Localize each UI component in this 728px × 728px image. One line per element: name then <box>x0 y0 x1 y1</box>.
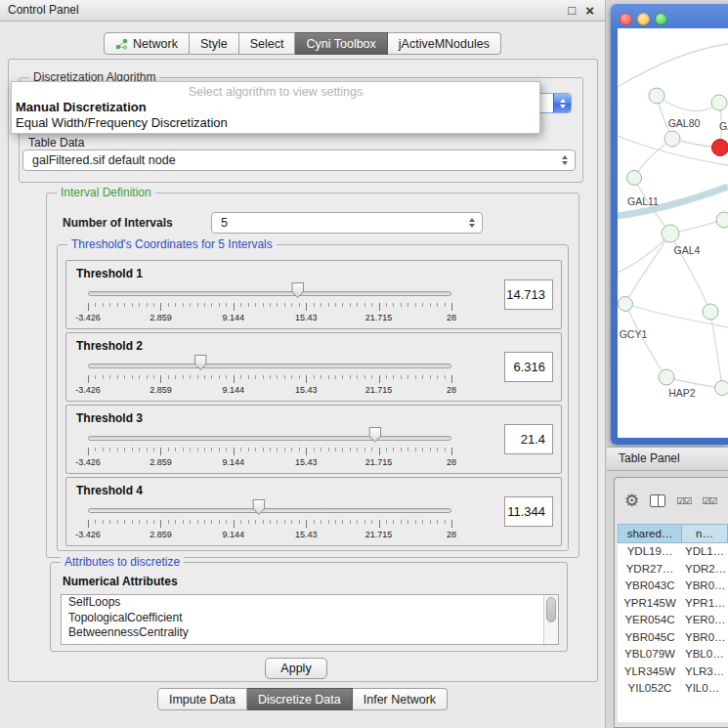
gear-icon[interactable]: ⚙ <box>624 492 639 509</box>
network-node[interactable] <box>716 212 728 228</box>
cell-shared-name[interactable]: YBR045C <box>618 629 682 647</box>
cell-shared-name[interactable]: YPR145W <box>618 595 682 613</box>
tab-network[interactable]: Network <box>104 32 190 55</box>
interval-definition-group-title: Interval Definition <box>57 186 155 199</box>
cell-name[interactable]: YLR3… <box>682 664 728 681</box>
cell-shared-name[interactable]: YIL052C <box>618 680 682 698</box>
slider-thumb[interactable] <box>291 282 304 298</box>
tab-jactivemnodules[interactable]: jActiveMNodules <box>388 32 501 55</box>
dropdown-option-manual-discretization[interactable]: Manual Discretization <box>12 100 539 115</box>
cell-shared-name[interactable]: YBR043C <box>618 578 682 595</box>
cell-name[interactable]: YER0… <box>682 612 728 629</box>
list-item[interactable]: TopologicalCoefficient <box>62 611 558 626</box>
table-row[interactable]: YBR045CYBR0… <box>618 629 728 647</box>
network-node[interactable] <box>662 225 679 242</box>
threshold-1-value-field[interactable]: 14.713 <box>504 279 553 310</box>
cell-name[interactable]: YBR0… <box>682 629 728 647</box>
cell-name[interactable]: YDR2… <box>682 561 728 578</box>
table-row[interactable]: YIL052CYIL0… <box>618 680 728 698</box>
cell-name[interactable]: YPR1… <box>682 595 728 613</box>
close-window-icon[interactable]: × <box>585 0 594 21</box>
minimize-button[interactable] <box>637 13 650 25</box>
network-node[interactable] <box>711 95 727 110</box>
network-node[interactable] <box>715 381 728 396</box>
combobox-arrows-button[interactable] <box>553 94 571 112</box>
slider-track[interactable] <box>88 436 451 441</box>
network-node[interactable] <box>664 131 680 147</box>
tab-impute-data[interactable]: Impute Data <box>157 688 247 710</box>
list-item[interactable]: SelfLoops <box>62 595 558 611</box>
slider-thumb[interactable] <box>194 355 207 370</box>
table-row[interactable]: YLR345WYLR3… <box>618 664 728 681</box>
cell-shared-name[interactable]: YDR27… <box>618 561 682 578</box>
close-button[interactable] <box>620 13 632 25</box>
control-panel-window: Control Panel □ × Network Style Select C… <box>0 0 606 728</box>
thresholds-coordinates-group: Threshold's Coordinates for 5 Intervals … <box>57 244 569 551</box>
table-row[interactable]: YER054CYER0… <box>618 612 728 629</box>
cell-shared-name[interactable]: YER054C <box>618 612 682 629</box>
column-header-name[interactable]: n… <box>682 524 728 543</box>
select-columns-icon[interactable]: ☑☑ <box>676 495 691 506</box>
threshold-label: Threshold 3 <box>76 411 143 425</box>
cell-name[interactable]: YBR0… <box>682 578 728 595</box>
control-panel-titlebar[interactable]: Control Panel □ × <box>0 0 605 21</box>
dropdown-option-equal-width-frequency[interactable]: Equal Width/Frequency Discretization <box>12 115 539 131</box>
table-row[interactable]: YDL19…YDL1… <box>618 543 728 561</box>
network-node[interactable] <box>659 369 674 385</box>
table-data-combobox[interactable]: galFiltered.sif default node <box>22 150 576 171</box>
threshold-4-value-field[interactable]: 11.344 <box>504 496 553 527</box>
cell-shared-name[interactable]: YDL19… <box>618 543 682 561</box>
table-panel-titlebar[interactable]: Table Panel <box>607 447 728 471</box>
scrollbar[interactable] <box>543 595 558 644</box>
slider-thumb[interactable] <box>252 499 265 515</box>
slider-track[interactable] <box>88 291 451 296</box>
slider-track[interactable] <box>88 364 451 368</box>
cell-name[interactable]: YBL0… <box>682 646 728 664</box>
threshold-2-value-field[interactable]: 6.316 <box>504 352 553 382</box>
cell-name[interactable]: YIL0… <box>682 680 728 698</box>
number-of-intervals-value: 5 <box>212 213 482 233</box>
selected-node[interactable] <box>712 140 728 156</box>
tab-discretize-data[interactable]: Discretize Data <box>247 688 353 710</box>
control-panel-tab-bar: Network Style Select Cyni Toolbox jActiv… <box>0 32 605 55</box>
cell-shared-name[interactable]: YBL079W <box>618 646 682 664</box>
tab-select[interactable]: Select <box>239 32 296 55</box>
slider-thumb[interactable] <box>368 427 381 443</box>
cell-shared-name[interactable]: YLR345W <box>618 664 682 681</box>
scale-label: 21.715 <box>365 385 393 395</box>
table-data-value: galFiltered.sif default node <box>23 150 575 170</box>
table-data-label: Table Data <box>28 136 84 150</box>
tab-infer-network[interactable]: Infer Network <box>353 688 448 710</box>
threshold-4-slider[interactable]: -3.426 2.859 9.144 15.43 21.715 28 <box>88 499 451 544</box>
network-node[interactable] <box>649 88 664 104</box>
table-row[interactable]: YDR27…YDR2… <box>618 561 728 578</box>
network-canvas[interactable]: GAL80 GA GAL11 GAL4 GCY1 HAP2 <box>618 28 728 438</box>
tab-style[interactable]: Style <box>190 32 239 55</box>
threshold-2-slider[interactable]: -3.426 2.859 9.144 15.43 21.715 28 <box>88 355 451 400</box>
network-graph[interactable]: GAL80 GA GAL11 GAL4 GCY1 HAP2 <box>618 28 728 438</box>
slider-track[interactable] <box>88 508 451 513</box>
cell-name[interactable]: YDL1… <box>682 543 728 561</box>
list-item[interactable]: BetweennessCentrality <box>62 625 558 641</box>
threshold-3-slider[interactable]: -3.426 2.859 9.144 15.43 21.715 28 <box>88 427 451 472</box>
float-window-icon[interactable]: □ <box>568 0 576 21</box>
tab-cyni-toolbox[interactable]: Cyni Toolbox <box>295 32 387 55</box>
network-node[interactable] <box>627 171 642 186</box>
attributes-group-title: Attributes to discretize <box>61 555 184 569</box>
apply-button[interactable]: Apply <box>265 658 327 679</box>
columns-icon[interactable] <box>650 494 665 507</box>
threshold-1-slider[interactable]: -3.426 2.859 9.144 15.43 21.715 28 <box>88 282 451 327</box>
column-header-shared-name[interactable]: shared… <box>618 524 682 543</box>
scale-label: 21.715 <box>365 530 393 539</box>
network-node[interactable] <box>619 297 633 312</box>
scrollbar-thumb[interactable] <box>546 597 556 622</box>
table-row[interactable]: YBR043CYBR0… <box>618 578 728 595</box>
threshold-3-value-field[interactable]: 21.4 <box>504 424 553 454</box>
numerical-attributes-list[interactable]: SelfLoops TopologicalCoefficient Between… <box>61 594 559 645</box>
zoom-button[interactable] <box>655 13 667 25</box>
number-of-intervals-combobox[interactable]: 5 <box>211 212 483 234</box>
table-row[interactable]: YBL079WYBL0… <box>618 646 728 664</box>
network-node[interactable] <box>703 304 718 320</box>
select-rows-icon[interactable]: ☑☑ <box>702 495 716 506</box>
table-row[interactable]: YPR145WYPR1… <box>618 595 728 613</box>
